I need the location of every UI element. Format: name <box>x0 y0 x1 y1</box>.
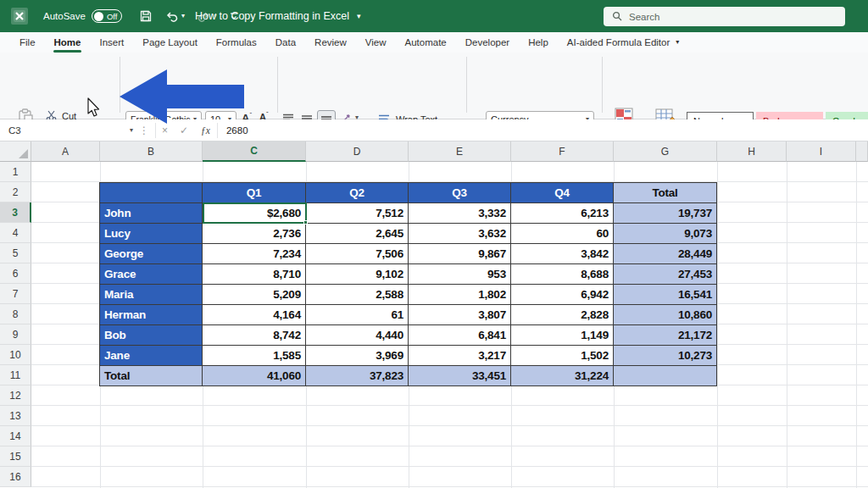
row-total-cell[interactable]: 16,541 <box>614 285 717 305</box>
value-cell[interactable]: 1,149 <box>511 325 614 346</box>
value-cell[interactable]: 3,332 <box>409 203 511 224</box>
value-cell[interactable]: 5,209 <box>203 285 306 305</box>
value-cell[interactable]: 3,217 <box>409 346 511 366</box>
column-total-cell[interactable]: 31,224 <box>511 366 614 386</box>
undo-caret-icon[interactable]: ▾ <box>181 13 185 19</box>
autosave-control[interactable]: AutoSave Off <box>43 9 122 23</box>
tab-home[interactable]: Home <box>45 32 91 53</box>
value-cell[interactable]: 7,234 <box>203 244 306 264</box>
value-cell[interactable]: 2,645 <box>306 224 409 244</box>
value-cell[interactable]: $2,680 <box>203 203 306 224</box>
quarter-header-cell[interactable]: Q3 <box>409 183 511 203</box>
name-box-caret-icon[interactable]: ▾ <box>130 127 133 134</box>
row-header-7[interactable]: 7 <box>0 284 31 304</box>
row-header-8[interactable]: 8 <box>0 304 31 324</box>
column-header-partial[interactable] <box>856 141 868 162</box>
value-cell[interactable]: 60 <box>511 224 614 244</box>
row-header-2[interactable]: 2 <box>0 182 31 202</box>
value-cell[interactable]: 3,842 <box>511 244 614 264</box>
value-cell[interactable]: 8,742 <box>203 325 306 346</box>
tab-automate[interactable]: Automate <box>396 32 456 53</box>
row-total-cell[interactable]: 28,449 <box>614 244 717 264</box>
value-cell[interactable]: 6,213 <box>511 203 614 224</box>
row-header-4[interactable]: 4 <box>0 223 31 243</box>
name-cell[interactable]: George <box>100 244 203 264</box>
value-cell[interactable]: 8,710 <box>203 264 306 285</box>
column-total-cell[interactable]: 41,060 <box>203 366 306 386</box>
quarter-header-cell[interactable]: Q2 <box>306 183 409 203</box>
row-total-cell[interactable]: 21,172 <box>614 325 717 346</box>
column-header-h[interactable]: H <box>717 141 787 162</box>
cancel-entry-icon[interactable]: × <box>162 125 168 136</box>
total-row-label-cell[interactable]: Total <box>100 366 203 386</box>
confirm-entry-icon[interactable]: ✓ <box>180 125 188 136</box>
value-cell[interactable]: 6,841 <box>409 325 511 346</box>
tab-help[interactable]: Help <box>519 32 558 53</box>
row-total-cell[interactable]: 27,453 <box>614 264 717 285</box>
value-cell[interactable]: 1,585 <box>203 346 306 366</box>
row-header-15[interactable]: 15 <box>0 446 31 467</box>
total-row-empty-cell[interactable] <box>614 366 717 386</box>
column-header-e[interactable]: E <box>409 141 511 162</box>
search-input[interactable]: Search <box>604 7 845 26</box>
quarter-header-cell[interactable]: Q1 <box>203 183 306 203</box>
value-cell[interactable]: 953 <box>409 264 511 285</box>
row-header-13[interactable]: 13 <box>0 406 31 426</box>
row-header-16[interactable]: 16 <box>0 467 31 487</box>
value-cell[interactable]: 4,164 <box>203 305 306 325</box>
column-header-i[interactable]: I <box>787 141 856 162</box>
tab-developer[interactable]: Developer <box>456 32 519 53</box>
tab-insert[interactable]: Insert <box>90 32 133 53</box>
column-total-cell[interactable]: 33,451 <box>409 366 511 386</box>
document-title[interactable]: How to Copy Formatting in Excel ▾ <box>195 0 361 32</box>
excel-logo-icon[interactable] <box>11 8 28 25</box>
name-box-options-icon[interactable]: ⋮ <box>139 125 149 136</box>
row-header-3[interactable]: 3 <box>0 202 31 223</box>
formula-input[interactable]: 2680 <box>226 125 248 136</box>
name-cell[interactable]: Herman <box>100 305 203 325</box>
column-total-cell[interactable]: 37,823 <box>306 366 409 386</box>
tab-page-layout[interactable]: Page Layout <box>133 32 207 53</box>
total-header-cell[interactable]: Total <box>614 183 717 203</box>
tab-data[interactable]: Data <box>266 32 305 53</box>
row-header-11[interactable]: 11 <box>0 365 31 385</box>
value-cell[interactable]: 7,512 <box>306 203 409 224</box>
quarter-header-cell[interactable]: Q4 <box>511 183 614 203</box>
row-header-12[interactable]: 12 <box>0 385 31 406</box>
value-cell[interactable]: 7,506 <box>306 244 409 264</box>
autosave-toggle[interactable]: Off <box>92 9 122 23</box>
name-cell[interactable]: Maria <box>100 285 203 305</box>
select-all-button[interactable] <box>0 141 31 162</box>
name-cell[interactable]: Grace <box>100 264 203 285</box>
value-cell[interactable]: 9,867 <box>409 244 511 264</box>
value-cell[interactable]: 3,807 <box>409 305 511 325</box>
row-total-cell[interactable]: 9,073 <box>614 224 717 244</box>
tab-view[interactable]: View <box>356 32 396 53</box>
name-cell[interactable]: John <box>100 203 203 224</box>
row-header-1[interactable]: 1 <box>0 162 31 182</box>
name-cell[interactable]: Jane <box>100 346 203 366</box>
name-cell[interactable]: Bob <box>100 325 203 346</box>
value-cell[interactable]: 1,802 <box>409 285 511 305</box>
save-icon[interactable] <box>139 9 153 23</box>
value-cell[interactable]: 8,688 <box>511 264 614 285</box>
row-total-cell[interactable]: 10,273 <box>614 346 717 366</box>
value-cell[interactable]: 2,588 <box>306 285 409 305</box>
table-corner-cell[interactable] <box>100 183 203 203</box>
name-box[interactable]: C3 <box>0 125 127 136</box>
value-cell[interactable]: 4,440 <box>306 325 409 346</box>
row-header-9[interactable]: 9 <box>0 324 31 345</box>
row-total-cell[interactable]: 10,860 <box>614 305 717 325</box>
value-cell[interactable]: 3,632 <box>409 224 511 244</box>
tab-formulas[interactable]: Formulas <box>207 32 266 53</box>
row-total-cell[interactable]: 19,737 <box>614 203 717 224</box>
insert-function-icon[interactable]: ƒx <box>201 125 210 136</box>
undo-icon[interactable] <box>164 9 179 23</box>
name-cell[interactable]: Lucy <box>100 224 203 244</box>
value-cell[interactable]: 9,102 <box>306 264 409 285</box>
column-header-g[interactable]: G <box>614 141 717 162</box>
tab-ai-aided-formula-editor[interactable]: AI-aided Formula Editor▾ <box>558 32 688 53</box>
row-header-5[interactable]: 5 <box>0 243 31 263</box>
value-cell[interactable]: 1,502 <box>511 346 614 366</box>
tab-review[interactable]: Review <box>305 32 356 53</box>
